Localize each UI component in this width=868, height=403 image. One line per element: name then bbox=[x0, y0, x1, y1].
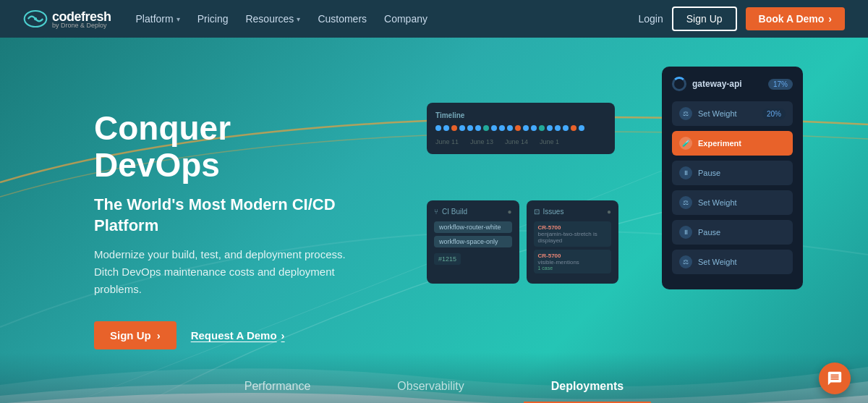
dot bbox=[435, 125, 441, 131]
pause-icon: ⏸ bbox=[679, 166, 692, 179]
nav-resources[interactable]: Resources ▾ bbox=[238, 9, 307, 29]
bottom-tabs: Performance Observability Deployments bbox=[0, 352, 868, 403]
signup-button[interactable]: Sign Up bbox=[672, 7, 737, 31]
gateway-header: gateway-api 17% bbox=[672, 77, 793, 91]
pause-icon: ⏸ bbox=[679, 226, 692, 239]
gateway-card: gateway-api 17% ⚖ Set Weight 20% 🧪 Exper… bbox=[662, 67, 803, 289]
dot bbox=[531, 125, 537, 131]
svg-point-1 bbox=[34, 17, 37, 20]
dot bbox=[475, 125, 481, 131]
tab-observability[interactable]: Observability bbox=[354, 370, 507, 403]
tab-deployments[interactable]: Deployments bbox=[508, 370, 667, 403]
card-row: ⑂ CI Build ● workflow-router-white workf… bbox=[427, 200, 618, 284]
login-button[interactable]: Login bbox=[639, 13, 663, 25]
experiment-icon: 🧪 bbox=[679, 137, 692, 150]
weight-icon: ⚖ bbox=[679, 107, 692, 120]
gateway-name: gateway-api bbox=[692, 79, 762, 89]
hero-subtitle: The World's Most Modern CI/CD Platform bbox=[94, 195, 354, 236]
gateway-row-pause-2: ⏸ Pause bbox=[672, 220, 793, 245]
dot bbox=[459, 125, 465, 131]
tab-performance[interactable]: Performance bbox=[201, 370, 354, 403]
arrow-icon: › bbox=[281, 329, 285, 342]
ci-icon: ⑂ bbox=[434, 208, 438, 216]
nav-platform[interactable]: Platform ▾ bbox=[129, 9, 187, 29]
dot bbox=[443, 125, 449, 131]
date-label: June 14 bbox=[505, 138, 528, 145]
dot bbox=[547, 125, 553, 131]
nav-right: Login Sign Up Book A Demo › bbox=[639, 7, 846, 31]
hero-signup-button[interactable]: Sign Up › bbox=[94, 321, 176, 349]
hero-description: Modernize your build, test, and deployme… bbox=[94, 246, 354, 298]
ci-status-icon: ● bbox=[507, 208, 511, 216]
dot bbox=[451, 125, 457, 131]
dot bbox=[579, 125, 584, 131]
date-label: June 1 bbox=[540, 138, 559, 145]
nav-links: Platform ▾ Pricing Resources ▾ Customers… bbox=[129, 9, 639, 29]
hero-buttons: Sign Up › Request A Demo › bbox=[94, 321, 354, 349]
book-demo-button[interactable]: Book A Demo › bbox=[746, 7, 845, 30]
issue-row: CR-5700 benjamin-two-stretch is displaye… bbox=[534, 221, 612, 247]
logo-sub: by Drone & Deploy bbox=[52, 22, 111, 29]
dot bbox=[571, 125, 576, 131]
gateway-row-experiment: 🧪 Experiment bbox=[672, 131, 793, 156]
ci-build-card: ⑂ CI Build ● workflow-router-white workf… bbox=[427, 200, 519, 284]
date-label: June 11 bbox=[435, 138, 459, 145]
hero-screenshot: Timeline bbox=[427, 67, 803, 342]
issues-status-icon: ● bbox=[607, 208, 611, 216]
dot bbox=[483, 125, 489, 131]
gateway-row-set-weight-2: ⚖ Set Weight bbox=[672, 190, 793, 215]
issues-icon: ⊡ bbox=[534, 208, 540, 216]
date-label: June 13 bbox=[470, 138, 493, 145]
ci-item: workflow-space-only bbox=[434, 236, 512, 247]
hero-content: Conquer DevOps The World's Most Modern C… bbox=[94, 110, 354, 349]
gateway-row-set-weight-3: ⚖ Set Weight bbox=[672, 250, 793, 274]
gateway-spinner bbox=[672, 77, 686, 91]
dot bbox=[539, 125, 545, 131]
issues-label: ⊡ Issues bbox=[534, 208, 564, 216]
nav-pricing[interactable]: Pricing bbox=[190, 9, 236, 29]
dot bbox=[491, 125, 497, 131]
weight-icon: ⚖ bbox=[679, 255, 692, 268]
issues-header: ⊡ Issues ● bbox=[534, 208, 612, 216]
gateway-row-set-weight-1: ⚖ Set Weight 20% bbox=[672, 101, 793, 126]
ci-build-label: ⑂ CI Build bbox=[434, 208, 467, 216]
timeline-dates: June 11 June 13 June 14 June 1 bbox=[435, 138, 606, 145]
hero-demo-button[interactable]: Request A Demo › bbox=[191, 329, 285, 342]
nav-company[interactable]: Company bbox=[377, 9, 435, 29]
issue-row: CR-5700 visible-mentions 1 case bbox=[534, 250, 612, 273]
weight-icon: ⚖ bbox=[679, 196, 692, 209]
nav-customers[interactable]: Customers bbox=[310, 9, 374, 29]
gateway-row-pause-1: ⏸ Pause bbox=[672, 161, 793, 185]
issues-card: ⊡ Issues ● CR-5700 benjamin-two-stretch … bbox=[527, 200, 619, 284]
dot bbox=[523, 125, 529, 131]
ci-item: workflow-router-white bbox=[434, 221, 512, 233]
hero-section: Conquer DevOps The World's Most Modern C… bbox=[0, 38, 868, 403]
dot bbox=[499, 125, 505, 131]
dot bbox=[555, 125, 561, 131]
arrow-icon: › bbox=[157, 329, 161, 342]
arrow-icon: › bbox=[828, 13, 832, 25]
timeline-title: Timeline bbox=[435, 111, 606, 119]
timeline-card: Timeline bbox=[427, 103, 615, 154]
navbar: codefresh by Drone & Deploy Platform ▾ P… bbox=[0, 0, 868, 38]
dot bbox=[515, 125, 521, 131]
dot bbox=[563, 125, 569, 131]
dot bbox=[507, 125, 513, 131]
gateway-percent: 17% bbox=[768, 79, 793, 90]
chat-bubble-button[interactable] bbox=[819, 362, 851, 394]
hero-title: Conquer DevOps bbox=[94, 110, 354, 183]
chevron-down-icon: ▾ bbox=[176, 15, 180, 23]
dot bbox=[467, 125, 473, 131]
ci-id: #1215 bbox=[434, 253, 461, 265]
logo[interactable]: codefresh by Drone & Deploy bbox=[23, 9, 111, 29]
chevron-down-icon: ▾ bbox=[297, 15, 300, 23]
ci-build-header: ⑂ CI Build ● bbox=[434, 208, 512, 216]
timeline-dots bbox=[435, 125, 606, 131]
